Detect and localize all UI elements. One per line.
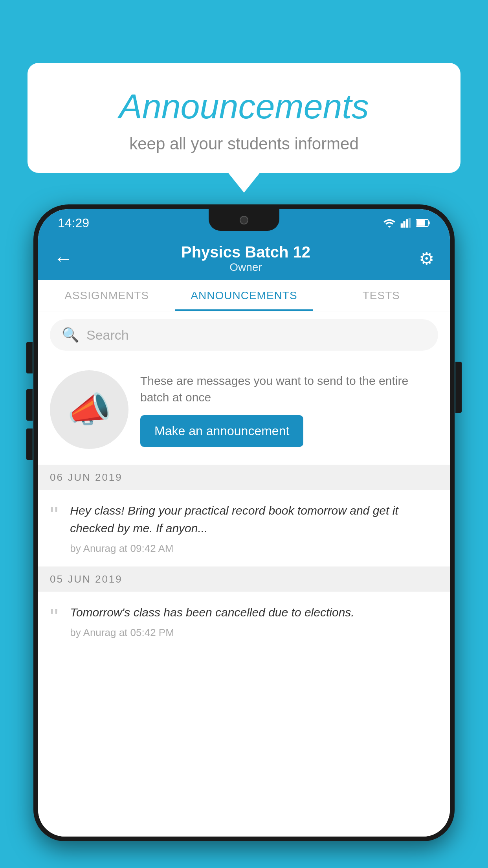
phone-notch: [209, 209, 279, 231]
announcement-content-1: Hey class! Bring your practical record b…: [70, 502, 438, 555]
announcement-content-2: Tomorrow's class has been cancelled due …: [70, 603, 438, 639]
date-divider-1: 06 JUN 2019: [38, 465, 450, 490]
svg-rect-0: [401, 223, 403, 228]
speech-bubble-section: Announcements keep all your students inf…: [28, 63, 460, 193]
megaphone-circle: 📣: [50, 370, 128, 449]
app-header: ← Physics Batch 12 Owner ⚙: [38, 237, 450, 280]
prompt-description: These are messages you want to send to t…: [140, 373, 438, 406]
prompt-content: These are messages you want to send to t…: [140, 373, 438, 447]
phone-screen: 14:29: [38, 209, 450, 837]
bubble-subtitle: keep all your students informed: [59, 134, 429, 153]
svg-rect-1: [403, 221, 405, 228]
announcement-meta-2: by Anurag at 05:42 PM: [70, 627, 438, 639]
wifi-icon: [383, 218, 396, 228]
svg-rect-6: [417, 220, 425, 226]
bubble-title: Announcements: [59, 86, 429, 127]
announcement-item-1[interactable]: " Hey class! Bring your practical record…: [38, 490, 450, 567]
tab-announcements[interactable]: ANNOUNCEMENTS: [175, 280, 312, 311]
phone-outer-shell: 14:29: [33, 204, 455, 841]
speech-bubble-card: Announcements keep all your students inf…: [28, 63, 460, 173]
settings-button[interactable]: ⚙: [419, 248, 434, 268]
svg-rect-3: [409, 218, 411, 228]
svg-rect-5: [428, 221, 430, 224]
megaphone-icon: 📣: [67, 389, 111, 430]
search-placeholder: Search: [86, 327, 129, 343]
status-bar: 14:29: [38, 209, 450, 237]
battery-icon: [416, 218, 430, 228]
announcement-item-2[interactable]: " Tomorrow's class has been cancelled du…: [38, 592, 450, 651]
camera-dot: [240, 216, 248, 224]
tabs-bar: ASSIGNMENTS ANNOUNCEMENTS TESTS: [38, 280, 450, 311]
content-area: 🔍 Search 📣 These are messages you want t…: [38, 311, 450, 837]
tab-tests[interactable]: TESTS: [313, 280, 450, 311]
announcement-meta-1: by Anurag at 09:42 AM: [70, 542, 438, 555]
back-button[interactable]: ←: [54, 248, 73, 269]
tab-assignments[interactable]: ASSIGNMENTS: [38, 280, 175, 311]
signal-icon: [400, 218, 411, 228]
status-time: 14:29: [58, 216, 89, 230]
quote-icon-2: ": [50, 605, 58, 639]
search-icon: 🔍: [62, 327, 79, 343]
quote-icon-1: ": [50, 504, 58, 555]
announcement-text-1: Hey class! Bring your practical record b…: [70, 502, 438, 537]
batch-subtitle: Owner: [181, 261, 310, 274]
header-title-group: Physics Batch 12 Owner: [181, 243, 310, 274]
date-divider-2: 05 JUN 2019: [38, 567, 450, 592]
make-announcement-button[interactable]: Make an announcement: [140, 415, 303, 447]
bubble-arrow: [228, 173, 260, 193]
status-icons: [383, 218, 430, 228]
svg-rect-2: [406, 219, 408, 228]
announcement-prompt: 📣 These are messages you want to send to…: [38, 359, 450, 465]
search-bar[interactable]: 🔍 Search: [50, 319, 438, 351]
announcement-text-2: Tomorrow's class has been cancelled due …: [70, 603, 438, 621]
batch-title: Physics Batch 12: [181, 243, 310, 261]
phone-mockup: 14:29: [33, 204, 455, 868]
